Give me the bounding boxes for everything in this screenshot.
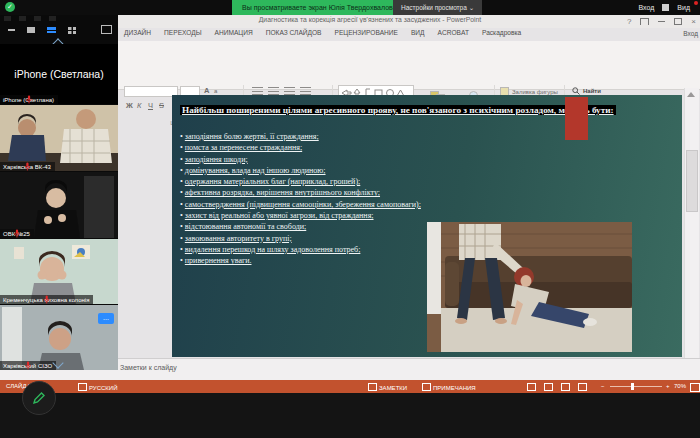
- find-label: Найти: [583, 88, 601, 94]
- view-sorter-icon[interactable]: [544, 383, 555, 391]
- muted-mic-icon: [0, 229, 34, 238]
- notes-icon: [368, 383, 377, 391]
- gallery-view-icon[interactable]: [47, 27, 56, 33]
- speaker-view-icon[interactable]: [27, 27, 35, 33]
- annotate-button[interactable]: [22, 381, 56, 415]
- powerpoint-signin-link[interactable]: Вход: [683, 30, 698, 37]
- view-slideshow-icon[interactable]: [578, 383, 589, 391]
- tab-view[interactable]: ВИД: [411, 29, 425, 36]
- slide-bullet: самоствердження (підвищення самооцінки, …: [180, 199, 580, 210]
- help-icon[interactable]: ?: [627, 17, 631, 26]
- view-normal-icon[interactable]: [527, 383, 538, 391]
- tab-design[interactable]: ДИЗАЙН: [124, 29, 151, 36]
- tab-transitions[interactable]: ПЕРЕХОДЫ: [164, 29, 201, 36]
- encryption-shield-icon: ✓: [5, 2, 15, 12]
- vertical-scrollbar[interactable]: [684, 88, 699, 378]
- strikethrough-icon[interactable]: Ѕ: [159, 101, 164, 110]
- slide-bullet: заподіяння болю жертві, її страждання;: [180, 131, 580, 142]
- participant-name-chip: Харківський СІЗО: [0, 361, 56, 370]
- underline-icon[interactable]: Ч: [148, 101, 153, 110]
- participant-tile[interactable]: ОВК №25: [0, 172, 118, 238]
- view-menu[interactable]: Вид: [677, 4, 690, 11]
- shape-fill-label: Заливка фигуры: [512, 89, 558, 95]
- view-grid-icon: [662, 4, 669, 11]
- notes-toggle[interactable]: ЗАМЕТКИ: [368, 383, 407, 391]
- minimize-icon[interactable]: [658, 21, 665, 22]
- find-button[interactable]: Найти: [572, 87, 601, 95]
- muted-mic-icon: [0, 295, 93, 304]
- notes-placeholder[interactable]: Заметки к слайду: [120, 364, 177, 371]
- panel-minimize-icon[interactable]: [8, 29, 15, 31]
- zoom-slider-thumb[interactable]: [631, 383, 634, 390]
- fit-to-window-icon[interactable]: [690, 383, 700, 392]
- view-reading-icon[interactable]: [561, 383, 572, 391]
- muted-mic-icon: [0, 95, 58, 104]
- italic-icon[interactable]: К: [137, 101, 141, 110]
- muted-mic-icon: [0, 162, 55, 171]
- slide-bullet: заподіяння шкоди;: [180, 154, 580, 165]
- participant-name-chip: ОВК №25: [0, 229, 34, 238]
- active-speaker-name: iPhone (Светлана): [0, 68, 118, 80]
- background-toolbar-fragment: [4, 16, 56, 21]
- powerpoint-window-controls: ? ×: [627, 17, 696, 26]
- slide-bullet: помста за перенесене страждання;: [180, 142, 580, 153]
- ribbon-tabs: ДИЗАЙН ПЕРЕХОДЫ АНИМАЦИЯ ПОКАЗ СЛАЙДОВ Р…: [124, 29, 521, 36]
- tab-acrobat[interactable]: ACROBAT: [438, 29, 469, 36]
- powerpoint-window-title: Диагностика та корекція агресії ув'язнен…: [120, 16, 620, 23]
- slide-bullet: афективна розрядка, вирішення внутрішньо…: [180, 187, 580, 198]
- participant-tile[interactable]: Кременчуцька виховна колонія: [0, 239, 118, 304]
- participants-sidebar: iPhone (Светлана) iPhone (Светлана) Харк…: [0, 15, 118, 370]
- muted-mic-icon: [0, 361, 56, 370]
- recording-indicator-icon: [694, 1, 698, 5]
- find-icon: [572, 87, 580, 95]
- ribbon-display-icon[interactable]: [640, 18, 649, 25]
- powerpoint-statusbar: СЛАЙД 9 ИЗ 29 РУССКИЙ ЗАМЕТКИ ПРИМЕЧАНИЯ…: [0, 380, 700, 393]
- comments-toggle[interactable]: ПРИМЕЧАНИЯ: [422, 383, 476, 391]
- participant-name-chip: iPhone (Светлана): [0, 95, 58, 104]
- pencil-icon: [32, 391, 46, 405]
- scrollbar-thumb[interactable]: [686, 150, 698, 212]
- comments-icon: [422, 383, 431, 391]
- participant-tile[interactable]: Харківська ВК-43: [0, 105, 118, 171]
- zoom-level[interactable]: 70%: [674, 383, 686, 389]
- tab-storyboarding[interactable]: Раскадровка: [482, 29, 521, 36]
- participant-name-chip: Кременчуцька виховна колонія: [0, 295, 93, 304]
- tab-slideshow[interactable]: ПОКАЗ СЛАЙДОВ: [266, 29, 322, 36]
- font-name-box[interactable]: [124, 86, 178, 97]
- slide-canvas[interactable]: Найбільш поширеними цілями агресивного п…: [172, 95, 682, 357]
- close-icon[interactable]: ×: [691, 17, 696, 26]
- exit-fullscreen-icon[interactable]: [101, 25, 112, 34]
- grid-view-icon[interactable]: [68, 27, 76, 34]
- grow-font-icon[interactable]: А: [204, 86, 209, 95]
- spellcheck-icon: [78, 383, 87, 391]
- meeting-topbar: ✓ Вы просматриваете экран Юлія Твердохва…: [0, 0, 700, 15]
- viewing-screen-banner: Вы просматриваете экран Юлія Твердохвало…: [232, 0, 407, 15]
- scroll-up-icon[interactable]: [687, 92, 695, 97]
- zoom-slider[interactable]: [610, 386, 662, 387]
- bold-icon[interactable]: Ж: [126, 101, 133, 110]
- zoom-out-icon[interactable]: −: [601, 383, 605, 389]
- shrink-font-icon[interactable]: а: [214, 88, 217, 94]
- bullets-icon[interactable]: [252, 87, 263, 95]
- language-indicator[interactable]: РУССКИЙ: [78, 383, 117, 391]
- numbering-icon[interactable]: [268, 87, 279, 95]
- slide-red-rectangle-shape: [565, 97, 588, 140]
- zoom-in-icon[interactable]: +: [666, 383, 670, 389]
- tab-animations[interactable]: АНИМАЦИЯ: [215, 29, 253, 36]
- meeting-controls-bar: Включить звук Остановить видео 23 Участн…: [0, 393, 700, 438]
- tab-review[interactable]: РЕЦЕНЗИРОВАНИЕ: [335, 29, 398, 36]
- indent-icon[interactable]: [284, 87, 295, 95]
- participant-name-chip: Харківська ВК-43: [0, 162, 55, 171]
- screen: Диагностика та корекція агресії ув'язнен…: [0, 0, 700, 438]
- slide-bullet: захист від реальної або уявної загрози, …: [180, 210, 580, 221]
- more-options-button[interactable]: ...: [98, 313, 114, 324]
- view-options-dropdown[interactable]: Настройки просмотра ⌄: [393, 0, 482, 15]
- participant-tile[interactable]: ... Харківський СІЗО: [0, 305, 118, 370]
- line-spacing-icon[interactable]: [300, 87, 311, 95]
- participant-tile-active[interactable]: iPhone (Светлана) iPhone (Светлана): [0, 44, 118, 104]
- slide-photo-domestic-conflict: [427, 222, 632, 352]
- slide-bullet: одержання матеріальних благ (наприклад, …: [180, 176, 580, 187]
- restore-icon[interactable]: [674, 18, 682, 25]
- signin-link[interactable]: Вход: [638, 4, 654, 11]
- slide-bullet: домінування, влада над іншою людиною;: [180, 165, 580, 176]
